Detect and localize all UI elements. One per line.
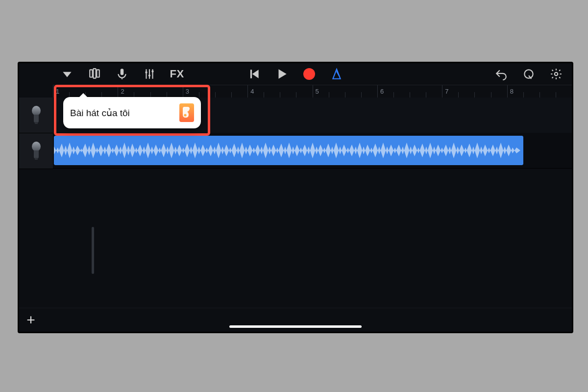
ruler-number: 5 [316,88,319,95]
track-headers [19,98,53,308]
popover-label: Bài hát của tôi [70,107,130,119]
mixer-button[interactable] [143,67,156,81]
navigation-menu-button[interactable] [60,67,74,81]
microphone-icon [28,141,44,161]
svg-point-14 [184,114,186,116]
microphone-button[interactable] [115,67,129,81]
fx-button[interactable]: FX [170,67,184,81]
svg-point-6 [151,70,153,72]
track-view-button[interactable] [88,67,101,81]
microphone-icon [28,105,44,125]
ruler-bar [53,85,53,98]
svg-point-9 [32,106,41,116]
ruler-number: 6 [380,88,384,95]
scrollbar[interactable] [92,227,94,274]
popover-arrow [79,93,88,98]
svg-rect-3 [121,69,124,75]
track-header[interactable] [19,133,53,169]
app-window: FX 12345678 [18,62,573,333]
ruler-number: 4 [250,88,254,95]
ruler-bar [313,85,313,98]
undo-button[interactable] [494,67,508,81]
play-button[interactable] [275,67,289,81]
ruler-bar [507,85,508,98]
bottom-bar: + [19,308,572,332]
add-track-button[interactable]: + [19,308,43,332]
ruler-number: 7 [445,88,448,95]
ruler-bar [377,85,378,98]
track-header[interactable] [19,98,53,133]
ruler-bar [442,85,442,98]
home-indicator[interactable] [229,325,362,328]
svg-rect-2 [97,70,99,77]
waveform-icon [54,136,523,165]
svg-rect-10 [35,122,38,124]
svg-rect-12 [35,158,38,160]
ruler-number: 8 [510,88,514,95]
annotation-highlight-box: Bài hát của tôi [54,85,210,136]
svg-point-5 [148,74,150,76]
svg-rect-1 [93,69,96,78]
record-icon [303,68,315,80]
toolbar: FX [19,63,572,85]
svg-point-7 [524,70,533,78]
svg-point-8 [555,73,558,76]
record-button[interactable] [302,67,316,81]
ruler-bar [247,85,248,98]
metronome-button[interactable] [330,67,343,81]
my-songs-popover[interactable]: Bài hát của tôi [63,97,201,128]
svg-rect-0 [90,70,92,77]
svg-point-4 [145,72,147,74]
garageband-file-icon [179,103,194,122]
audio-region[interactable]: IMG_1024 [54,136,523,165]
rewind-button[interactable] [247,67,261,81]
track-lane[interactable]: IMG_1024 [53,133,572,169]
loop-browser-button[interactable] [522,67,536,81]
settings-button[interactable] [549,67,563,81]
svg-point-11 [32,142,41,151]
